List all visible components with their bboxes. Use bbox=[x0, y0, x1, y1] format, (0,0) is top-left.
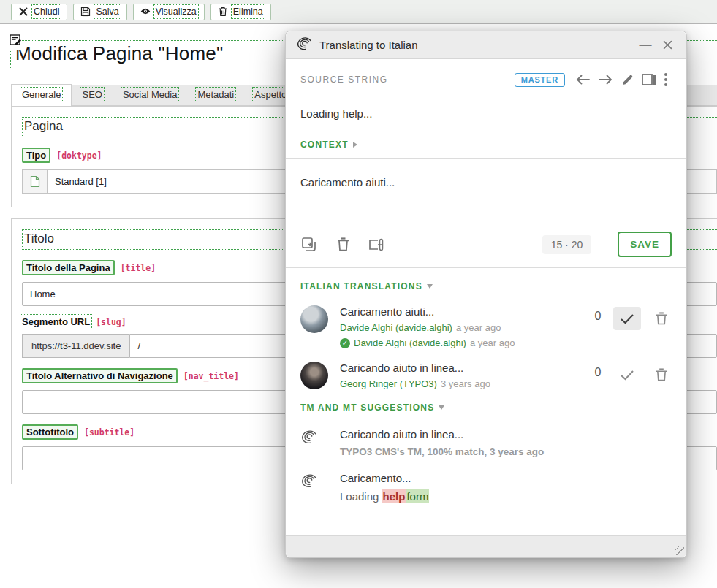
context-label: CONTEXT bbox=[300, 140, 349, 150]
clear-translation-icon[interactable] bbox=[334, 236, 352, 253]
save-button[interactable]: Salva bbox=[73, 4, 126, 20]
translation-text: Caricando aiuto in linea... bbox=[340, 362, 593, 374]
page-type-icon bbox=[22, 169, 47, 194]
trash-icon bbox=[218, 7, 228, 17]
source-term-highlight: help bbox=[343, 107, 363, 121]
avatar bbox=[300, 362, 328, 389]
tab-seo[interactable]: SEO bbox=[72, 85, 112, 105]
delete-translation-icon[interactable] bbox=[651, 307, 672, 330]
suggestion-meta: TYPO3 CMS's TM, 100% match, 3 years ago bbox=[340, 446, 672, 457]
slug-code: [slug] bbox=[96, 317, 126, 327]
more-options-icon[interactable] bbox=[660, 72, 672, 88]
approve-icon[interactable] bbox=[613, 363, 641, 386]
doktype-label: Tipo bbox=[22, 148, 50, 163]
subtitle-label: Sottotitolo bbox=[22, 424, 78, 440]
slug-prefix: https://t3-11.ddev.site bbox=[22, 334, 129, 358]
translation-text: Caricamento aiuti... bbox=[340, 305, 593, 318]
avatar bbox=[300, 305, 328, 333]
save-button-label: Salva bbox=[96, 7, 118, 17]
divider bbox=[286, 267, 686, 268]
translation-dialog: Translating to Italian — SOURCE STRING M… bbox=[285, 31, 687, 558]
master-branch-badge: MASTER bbox=[515, 73, 565, 87]
source-string-label: SOURCE STRING bbox=[300, 75, 515, 85]
vote-count: 0 bbox=[593, 366, 603, 379]
approve-icon[interactable] bbox=[613, 307, 641, 330]
source-string-row: SOURCE STRING MASTER bbox=[300, 71, 672, 88]
screen: Chiudi Salva Visualizza Elimina Modifica… bbox=[0, 0, 717, 588]
suggestion-item[interactable]: Caricando aiuto in linea... TYPO3 CMS's … bbox=[300, 428, 672, 457]
edit-record-icon bbox=[10, 34, 22, 50]
edit-toolbar: 15 · 20 SAVE bbox=[300, 232, 672, 257]
dialog-titlebar[interactable]: Translating to Italian — bbox=[286, 31, 686, 59]
context-row[interactable]: CONTEXT bbox=[300, 137, 672, 150]
expand-context-icon bbox=[353, 142, 357, 148]
view-button[interactable]: Visualizza bbox=[133, 4, 205, 20]
copy-source-icon[interactable] bbox=[300, 236, 318, 253]
translation-textarea[interactable]: Caricamento aiuti... bbox=[300, 176, 672, 221]
translation-author[interactable]: Georg Ringer (TYPO3) bbox=[340, 378, 437, 389]
tm-source-icon bbox=[300, 428, 328, 457]
subtitle-code: [subtitle] bbox=[84, 427, 134, 438]
suggestion-diff: Loading helpform bbox=[340, 490, 672, 503]
resize-grip[interactable] bbox=[675, 546, 684, 555]
dialog-title: Translating to Italian bbox=[319, 39, 637, 51]
diff-added-text: form bbox=[406, 489, 429, 503]
tab-metadati[interactable]: Metadati bbox=[187, 85, 244, 105]
edit-source-icon[interactable] bbox=[616, 71, 638, 88]
close-button-label: Chiudi bbox=[34, 7, 59, 17]
minimize-icon[interactable]: — bbox=[637, 37, 654, 54]
doc-toolbar: Chiudi Salva Visualizza Elimina bbox=[0, 0, 717, 24]
suggestion-text: Caricando aiuto in linea... bbox=[340, 428, 672, 440]
close-document-button[interactable]: Chiudi bbox=[11, 4, 67, 20]
select-text-icon[interactable] bbox=[368, 236, 385, 253]
delete-button-label: Elimina bbox=[233, 7, 263, 17]
dialog-body: SOURCE STRING MASTER Loading help... bbox=[286, 59, 686, 537]
close-icon bbox=[18, 7, 29, 17]
dialog-footer bbox=[286, 535, 686, 557]
eye-icon bbox=[140, 7, 151, 17]
suggestions-section-header[interactable]: TM AND MT SUGGESTIONS bbox=[300, 400, 672, 413]
translations-section-header[interactable]: ITALIAN TRANSLATIONS bbox=[300, 279, 672, 292]
collapse-translations-icon bbox=[427, 284, 433, 289]
next-string-icon[interactable] bbox=[594, 71, 616, 88]
suggestion-item[interactable]: Caricamento... Loading helpform bbox=[300, 472, 672, 503]
char-count: 15 · 20 bbox=[542, 235, 592, 254]
title-code: [title] bbox=[121, 263, 156, 273]
divider bbox=[286, 158, 686, 159]
translation-author[interactable]: Davide Alghi (davide.alghi) bbox=[340, 322, 452, 333]
source-text: Loading help... bbox=[300, 107, 672, 120]
tab-generale[interactable]: Generale bbox=[11, 84, 72, 106]
title-label: Titolo della Pagina bbox=[22, 260, 115, 275]
diff-removed-text: help bbox=[382, 489, 406, 503]
side-panel-icon[interactable] bbox=[638, 71, 660, 88]
tab-social-media[interactable]: Social Media bbox=[113, 85, 187, 105]
suggestion-text: Caricamento... bbox=[340, 472, 672, 484]
translation-item: Caricando aiuto in linea... Georg Ringer… bbox=[300, 362, 672, 389]
nav-title-label: Titolo Alternativo di Navigazione bbox=[22, 368, 178, 383]
view-button-label: Visualizza bbox=[156, 7, 197, 17]
slug-label: Segmento URL bbox=[22, 316, 90, 327]
approver-name[interactable]: Davide Alghi (davide.alghi) bbox=[354, 337, 466, 348]
approved-badge-icon: ✓ bbox=[340, 338, 350, 348]
previous-string-icon[interactable] bbox=[572, 71, 594, 88]
delete-translation-icon[interactable] bbox=[651, 363, 672, 386]
tm-source-icon bbox=[300, 472, 328, 503]
crowdin-logo-icon bbox=[296, 37, 313, 54]
doktype-code: [doktype] bbox=[56, 150, 102, 161]
save-translation-button[interactable]: SAVE bbox=[618, 232, 672, 257]
translation-item: Caricamento aiuti... Davide Alghi (david… bbox=[300, 305, 672, 348]
delete-button[interactable]: Elimina bbox=[210, 4, 271, 20]
vote-count: 0 bbox=[593, 310, 603, 323]
nav-title-code: [nav_title] bbox=[183, 371, 239, 381]
save-icon bbox=[80, 7, 91, 17]
close-dialog-icon[interactable] bbox=[659, 37, 676, 54]
collapse-suggestions-icon bbox=[439, 405, 444, 410]
